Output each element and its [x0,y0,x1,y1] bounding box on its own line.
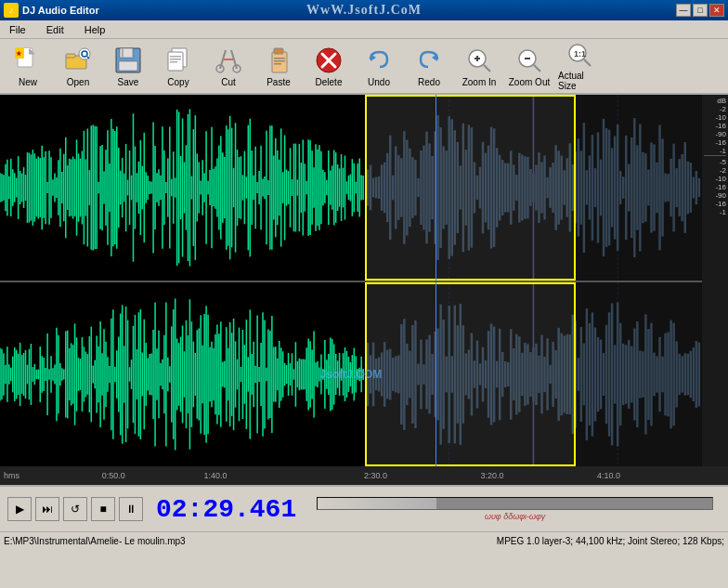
menu-edit[interactable]: Edit [41,22,70,37]
actual-size-button[interactable]: 1:1 Actual Size [555,41,604,91]
playhead-bottom [436,282,436,466]
redo-icon [414,46,444,75]
db-minus16c: -16 [704,183,726,191]
menu-help[interactable]: Help [79,22,111,37]
playhead-top [436,95,436,281]
waveform-main: /* generated below */ [0,95,702,466]
toolbar: ★ New Open Save [0,39,728,95]
undo-label: Undo [368,77,390,87]
svg-rect-19 [170,61,177,63]
wave-dark-right-bottom [365,282,702,466]
zoom-in-button[interactable]: Zoom In [455,41,503,91]
svg-text:1:1: 1:1 [574,49,586,59]
wave-green-left: /* generated below */ [0,95,365,281]
skip-button[interactable]: ⏭ [35,497,59,521]
svg-rect-13 [122,48,124,58]
time-mark-140: 1:40.0 [204,471,228,480]
menu-file[interactable]: File [4,22,32,37]
window-controls: — □ ✕ [676,4,724,17]
scroll-text: ωυφ δδωφι-ωφγ [317,512,713,521]
play-button[interactable]: ▶ [7,497,32,521]
time-mark-hms: hms [4,471,20,480]
cut-button[interactable]: Cut [204,41,253,91]
new-button[interactable]: ★ New [4,41,52,91]
app-icon: ♪ [4,3,19,18]
undo-icon [364,46,394,75]
time-display: 02:29.461 [156,495,296,524]
new-label: New [19,77,37,87]
svg-rect-25 [272,52,287,72]
time-mark-410: 4:10.0 [597,471,620,480]
pause-button[interactable]: ⏸ [119,497,143,521]
db-scale: dB -2 -10 -16 -90 -16 -1 -5 -2 -10 -16 -… [702,95,728,466]
title-bar: ♪ DJ Audio Editor WwW.JsoftJ.CoM — □ ✕ [0,0,728,20]
save-label: Save [118,77,139,87]
svg-line-38 [484,65,490,72]
status-info: MPEG 1.0 layer-3; 44,100 kHz; Joint Ster… [497,536,724,546]
db-minus2b: -2 [704,166,726,175]
paste-button[interactable]: Paste [254,41,303,91]
time-mark-050: 0:50.0 [102,471,125,480]
svg-rect-27 [274,58,285,59]
time-mark-230: 2:30.0 [364,471,387,480]
open-icon [63,46,93,75]
db-minus1b: -1 [704,208,726,216]
menu-bar: File Edit Help [0,20,728,39]
open-button[interactable]: Open [54,41,102,91]
transport-bar: ▶ ⏭ ↺ ■ ⏸ 02:29.461 ωυφ δδωφι-ωφγ [0,485,728,531]
cut-icon [214,46,243,75]
time-ruler: hms 0:50.0 1:40.0 2:30.0 3:20.0 4:10.0 [0,466,728,485]
progress-fill [318,498,436,509]
status-filepath: E:\MP3\Instrumental\Amelie- Le moulin.mp… [4,536,186,546]
maximize-button[interactable]: □ [693,4,708,17]
svg-rect-17 [170,56,181,58]
db-minus5: -5 [704,155,726,166]
repeat-button[interactable]: ↺ [63,497,87,521]
copy-icon [163,46,193,75]
undo-button[interactable]: Undo [355,41,403,91]
zoom-out-icon [514,46,544,75]
copy-button[interactable]: Copy [154,41,202,91]
svg-line-41 [534,65,540,72]
db-minus90: -90 [704,130,726,138]
db-minus16d: -16 [704,200,726,208]
zoom-in-label: Zoom In [462,77,497,87]
svg-rect-29 [274,63,281,65]
actual-size-icon: 1:1 [565,41,594,69]
paste-label: Paste [266,77,291,87]
open-label: Open [67,77,89,87]
svg-rect-14 [119,61,137,71]
waveform-top-channel[interactable]: /* generated below */ [0,95,702,281]
wave-green-left-bottom [0,282,365,466]
title-bar-left: ♪ DJ Audio Editor [4,3,99,18]
svg-text:★: ★ [16,50,22,57]
delete-icon [314,46,344,75]
minimize-button[interactable]: — [676,4,691,17]
db-minus16a: -16 [704,122,726,130]
redo-button[interactable]: Redo [405,41,453,91]
db-minus1a: -1 [704,147,726,155]
new-icon: ★ [13,46,43,75]
zoom-in-icon [464,46,494,75]
db-minus2: -2 [704,105,726,113]
delete-button[interactable]: Delete [305,41,353,91]
progress-track[interactable] [317,497,713,510]
stop-button[interactable]: ■ [91,497,115,521]
time-mark-320: 3:20.0 [480,471,503,480]
waveform-bottom-channel[interactable]: JsoftJ.COM [0,281,702,466]
progress-bar[interactable]: ωυφ δδωφι-ωφγ [317,497,713,521]
app-title: DJ Audio Editor [22,5,99,16]
close-button[interactable]: ✕ [709,4,724,17]
db-minus16b: -16 [704,138,726,147]
copy-label: Copy [167,77,188,87]
svg-rect-28 [274,60,285,62]
svg-rect-26 [274,48,283,54]
watermark: WwW.JsoftJ.CoM [306,3,422,18]
db-minus10b: -10 [704,175,726,183]
zoom-out-button[interactable]: Zoom Out [505,41,553,91]
actual-size-label: Actual Size [558,71,601,91]
cut-label: Cut [221,77,236,87]
status-bar: E:\MP3\Instrumental\Amelie- Le moulin.mp… [0,531,728,550]
wave-dark-right [365,95,702,281]
save-button[interactable]: Save [104,41,152,91]
